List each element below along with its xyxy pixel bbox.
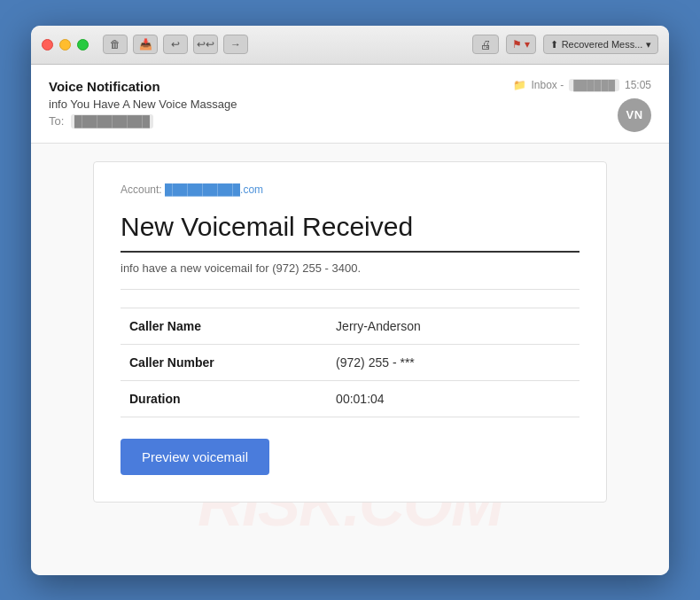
preview-voicemail-button[interactable]: Preview voicemail bbox=[121, 439, 269, 475]
forward-button[interactable]: → bbox=[223, 35, 248, 54]
content-card: Account: ██████████.com New Voicemail Re… bbox=[93, 161, 607, 503]
email-to: To: ██████████ bbox=[49, 114, 513, 128]
titlebar-right: 🖨 ⚑ ▾ ⬆ Recovered Mess... ▾ bbox=[472, 35, 658, 54]
account-label: Account: bbox=[121, 183, 162, 196]
flag-button[interactable]: ⚑ ▾ bbox=[506, 35, 536, 54]
recover-dropdown-icon: ▾ bbox=[646, 39, 651, 51]
field-value: Jerry-Anderson bbox=[327, 308, 579, 344]
close-button[interactable] bbox=[42, 39, 53, 51]
traffic-lights bbox=[42, 39, 89, 51]
recover-icon: ⬆ bbox=[550, 39, 558, 51]
field-value: 00:01:04 bbox=[327, 380, 579, 417]
field-label: Caller Number bbox=[121, 344, 327, 380]
table-row: Caller Name Jerry-Anderson bbox=[121, 308, 579, 344]
delete-button[interactable]: 🗑 bbox=[103, 35, 128, 54]
avatar: VN bbox=[618, 98, 651, 132]
email-time: 15:05 bbox=[625, 79, 651, 91]
field-label: Caller Name bbox=[121, 308, 327, 344]
print-button[interactable]: 🖨 bbox=[472, 35, 499, 54]
inbox-address: ██████ bbox=[569, 79, 619, 91]
inbox-icon: 📁 bbox=[513, 79, 526, 91]
flag-icon: ⚑ bbox=[512, 38, 522, 51]
voicemail-info-table: Caller Name Jerry-Anderson Caller Number… bbox=[121, 308, 579, 417]
table-row: Caller Number (972) 255 - *** bbox=[121, 344, 579, 380]
titlebar: 🗑 📥 ↩ ↩↩ → 🖨 ⚑ ▾ ⬆ Recovered Mess... ▾ bbox=[31, 26, 669, 65]
reply-all-button[interactable]: ↩↩ bbox=[193, 35, 218, 54]
card-title: New Voicemail Received bbox=[121, 212, 579, 253]
account-line: Account: ██████████.com bbox=[121, 183, 579, 196]
email-subject: Voice Notification bbox=[49, 79, 513, 94]
account-email: ██████████.com bbox=[165, 183, 263, 196]
recover-label: Recovered Mess... bbox=[562, 39, 643, 50]
email-header: Voice Notification info You Have A New V… bbox=[31, 65, 669, 144]
toolbar-controls: 🗑 📥 ↩ ↩↩ → bbox=[103, 35, 248, 54]
email-body: RISK.COM Account: ██████████.com New Voi… bbox=[31, 144, 669, 575]
maximize-button[interactable] bbox=[77, 39, 89, 51]
reply-button[interactable]: ↩ bbox=[163, 35, 188, 54]
archive-button[interactable]: 📥 bbox=[133, 35, 158, 54]
to-label: To: bbox=[49, 114, 64, 128]
email-from: info You Have A New Voice Massage bbox=[49, 97, 513, 111]
field-value: (972) 255 - *** bbox=[327, 344, 579, 380]
printer-icon: 🖨 bbox=[480, 38, 492, 51]
email-meta: Voice Notification info You Have A New V… bbox=[49, 79, 513, 128]
email-right: 📁 Inbox - ██████ 15:05 VN bbox=[513, 79, 651, 132]
minimize-button[interactable] bbox=[59, 39, 71, 51]
card-subtitle: info have a new voicemail for (972) 255 … bbox=[121, 261, 579, 290]
field-label: Duration bbox=[121, 380, 327, 417]
to-address: ██████████ bbox=[71, 114, 153, 129]
recover-button[interactable]: ⬆ Recovered Mess... ▾ bbox=[543, 35, 658, 54]
table-row: Duration 00:01:04 bbox=[121, 380, 579, 417]
inbox-label: Inbox - bbox=[532, 79, 564, 91]
flag-dropdown-icon: ▾ bbox=[525, 38, 530, 51]
email-window: 🗑 📥 ↩ ↩↩ → 🖨 ⚑ ▾ ⬆ Recovered Mess... ▾ V bbox=[31, 26, 669, 575]
email-info-row: 📁 Inbox - ██████ 15:05 bbox=[513, 79, 651, 91]
